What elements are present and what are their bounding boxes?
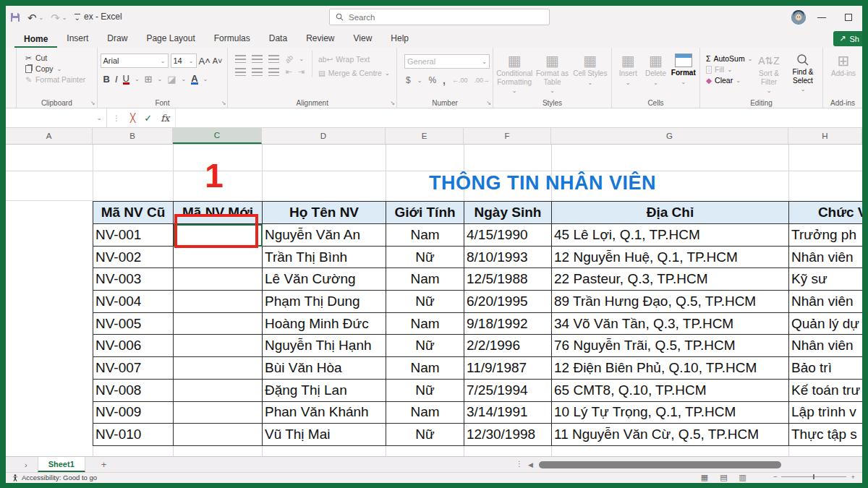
page-layout-view-icon[interactable]: ▤	[720, 473, 727, 482]
add-sheet-button[interactable]: +	[101, 459, 107, 470]
horizontal-scrollbar-thumb[interactable]	[539, 461, 781, 468]
formula-input[interactable]	[175, 108, 862, 127]
header-cell[interactable]: Ngày Sinh	[464, 202, 552, 224]
col-header-e[interactable]: E	[386, 128, 464, 144]
number-format-combo[interactable]: General⌄	[404, 54, 490, 69]
increase-decimal-button[interactable]: ←.00	[452, 77, 468, 84]
header-cell[interactable]: Họ Tên NV	[263, 202, 386, 224]
cell-old-code[interactable]: NV-009	[93, 402, 174, 424]
cell-name[interactable]: Hoàng Minh Đức	[263, 313, 386, 335]
cell-old-code[interactable]: NV-002	[93, 247, 174, 269]
cell-new-code[interactable]	[174, 268, 263, 291]
confirm-entry-icon[interactable]: ✓	[144, 113, 152, 124]
name-box[interactable]: ⌄	[6, 108, 107, 127]
cell-old-code[interactable]: NV-001	[93, 224, 174, 247]
autosum-button[interactable]: ΣAutoSum⌄	[706, 54, 753, 63]
col-header-h[interactable]: H	[788, 128, 862, 144]
copy-button[interactable]: Copy⌄	[25, 64, 93, 73]
cell-name[interactable]: Nguyễn Thị Hạnh	[263, 335, 386, 357]
tab-review[interactable]: Review	[297, 30, 344, 48]
align-center-icon[interactable]	[252, 68, 263, 76]
cell-gender[interactable]: Nam	[386, 224, 464, 247]
spreadsheet-grid[interactable]: THÔNG TIN NHÂN VIÊN Mã NV Cũ Mã NV Mới H…	[6, 145, 862, 456]
cell-new-code[interactable]	[174, 335, 263, 357]
cell-old-code[interactable]: NV-005	[93, 313, 174, 335]
col-header-b[interactable]: B	[93, 128, 173, 144]
formula-bar-handle[interactable]: ⋮	[113, 114, 120, 122]
col-header-c[interactable]: C	[173, 128, 262, 144]
cell-gender[interactable]: Nữ	[386, 380, 464, 402]
scroll-left-icon[interactable]: ◀	[528, 461, 533, 468]
horizontal-scrollbar[interactable]	[537, 461, 859, 468]
fill-color-button[interactable]: ◪	[167, 74, 176, 85]
search-box[interactable]	[329, 9, 550, 25]
page-break-view-icon[interactable]: ▥	[739, 473, 746, 482]
tab-insert[interactable]: Insert	[57, 30, 98, 48]
tab-help[interactable]: Help	[381, 30, 418, 48]
header-cell[interactable]: Địa Chỉ	[552, 202, 789, 224]
tabbar-splitter-icon[interactable]: ⋮	[516, 460, 523, 468]
cut-button[interactable]: ✂Cut	[25, 53, 93, 62]
accessibility-status[interactable]: Accessibility: Good to go	[12, 474, 97, 481]
number-dialog-launcher[interactable]: ↘	[486, 100, 491, 106]
sheet-title[interactable]: THÔNG TIN NHÂN VIÊN	[340, 172, 745, 194]
tab-data[interactable]: Data	[260, 30, 297, 48]
save-icon[interactable]	[10, 12, 20, 22]
align-middle-icon[interactable]	[252, 55, 263, 63]
cancel-entry-icon[interactable]: ╳	[130, 113, 135, 123]
cell-name[interactable]: Phạm Thị Dung	[263, 291, 386, 313]
cell-dob[interactable]: 7/25/1994	[464, 380, 552, 402]
table-row[interactable]: NV-005 Hoàng Minh Đức Nam 9/18/1992 34 V…	[93, 313, 862, 335]
cell-address[interactable]: 22 Pasteur, Q.3, TP.HCM	[552, 268, 789, 291]
font-color-button[interactable]: A	[191, 74, 197, 85]
cell-name[interactable]: Nguyễn Văn An	[263, 224, 386, 247]
table-row[interactable]: NV-010 Vũ Thị Mai Nữ 12/30/1998 11 Nguyễ…	[93, 424, 862, 446]
cell-gender[interactable]: Nam	[386, 268, 464, 291]
zoom-slider[interactable]	[781, 476, 846, 477]
align-top-icon[interactable]	[235, 55, 246, 63]
sort-filter-button[interactable]: A⇅ZSort & Filter⌄	[753, 53, 785, 98]
normal-view-icon[interactable]: ▦	[701, 473, 708, 482]
cell-styles-button[interactable]: ▦Cell Styles⌄	[572, 53, 608, 94]
cell-new-code[interactable]	[174, 380, 263, 402]
cell-gender[interactable]: Nữ	[386, 424, 464, 446]
clear-button[interactable]: ◆Clear⌄	[706, 76, 753, 85]
alignment-dialog-launcher[interactable]: ↘	[390, 100, 395, 106]
cell-position[interactable]: Quản lý dự	[789, 313, 862, 335]
cell-position[interactable]: Nhân viên	[789, 247, 862, 269]
tab-formulas[interactable]: Formulas	[205, 30, 260, 48]
cell-dob[interactable]: 12/30/1998	[464, 424, 552, 446]
customize-qat-icon[interactable]: ⌄	[75, 14, 80, 22]
sheet-nav-arrow-icon[interactable]: ›	[25, 461, 27, 469]
insert-cells-button[interactable]: ▦Insert⌄	[615, 53, 641, 86]
currency-button[interactable]: $	[406, 75, 411, 85]
table-row[interactable]: NV-006 Nguyễn Thị Hạnh Nữ 2/2/1996 76 Ng…	[93, 335, 862, 357]
cell-name[interactable]: Bùi Văn Hòa	[263, 357, 386, 380]
cell-name[interactable]: Trần Thị Bình	[263, 247, 386, 269]
cell-address[interactable]: 76 Nguyễn Trãi, Q.5, TP.HCM	[552, 335, 789, 357]
cell-gender[interactable]: Nữ	[386, 335, 464, 357]
cell-new-code[interactable]	[174, 291, 263, 313]
cell-address[interactable]: 12 Điện Biên Phủ, Q.10, TP.HCM	[552, 357, 789, 380]
zoom-in-button[interactable]: +	[851, 473, 855, 481]
paste-button-clipped[interactable]	[6, 48, 17, 108]
italic-button[interactable]: I	[115, 74, 118, 85]
align-right-icon[interactable]	[268, 68, 279, 76]
cell-position[interactable]: Bảo trì	[789, 357, 862, 380]
cell-dob[interactable]: 9/18/1992	[464, 313, 552, 335]
table-row[interactable]: NV-008 Đặng Thị Lan Nữ 7/25/1994 65 CMT8…	[93, 380, 862, 402]
cell-gender[interactable]: Nam	[386, 357, 464, 380]
font-size-combo[interactable]: 14⌄	[171, 53, 197, 68]
cell-old-code[interactable]: NV-010	[93, 424, 174, 446]
table-row[interactable]: NV-009 Phan Văn Khánh Nam 3/14/1991 10 L…	[93, 402, 862, 424]
cell-new-code[interactable]	[174, 247, 263, 269]
header-cell[interactable]: Chức Vụ	[789, 202, 862, 224]
comma-style-button[interactable]: ,	[443, 74, 446, 86]
cell-old-code[interactable]: NV-008	[93, 380, 174, 402]
cell-gender[interactable]: Nữ	[386, 291, 464, 313]
cell-position[interactable]: Thực tập s	[789, 424, 862, 446]
cell-dob[interactable]: 6/20/1995	[464, 291, 552, 313]
find-select-button[interactable]: Find & Select⌄	[786, 53, 820, 98]
cell-address[interactable]: 10 Lý Tự Trọng, Q.1, TP.HCM	[552, 402, 789, 424]
undo-dropdown-icon[interactable]: ⌄	[39, 14, 44, 21]
